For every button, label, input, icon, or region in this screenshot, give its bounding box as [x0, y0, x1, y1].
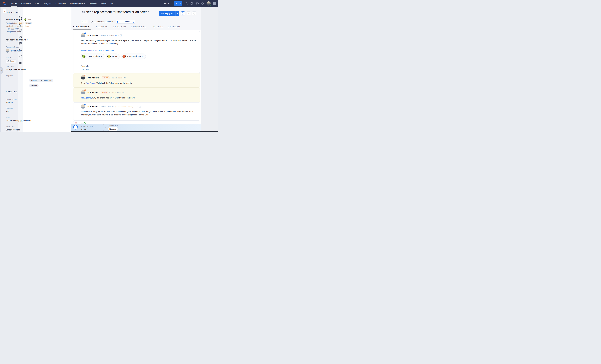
- timer-refresh-button[interactable]: [131, 20, 135, 23]
- due-date-value: 04 Apr 2022 08:30 PM: [6, 68, 26, 71]
- expand-message-icon[interactable]: ▶: [139, 106, 141, 108]
- app-grid-icon[interactable]: [213, 2, 216, 5]
- csat-bad-button[interactable]: It was Bad. Sorry!: [121, 53, 146, 59]
- contact-website[interactable]: DesignIndus.com: [6, 30, 20, 33]
- email-label: Email: [6, 117, 10, 119]
- section-underline: [6, 94, 9, 94]
- tab-approvals[interactable]: 2 APPROVALS: [168, 26, 180, 30]
- settings-gear-icon[interactable]: [201, 2, 204, 5]
- ticket-subject: Need replacement for shattered zPad scre…: [86, 10, 151, 14]
- csat-question-link[interactable]: How happy are you with our service?: [81, 50, 114, 52]
- current-state-value: Open: [81, 128, 95, 131]
- window-bottom-edge: [71, 131, 218, 132]
- ticket-info-heading: TICKET INFO: [6, 91, 17, 93]
- plus-icon[interactable]: +: [174, 1, 179, 6]
- gamescope-icon[interactable]: [196, 2, 199, 5]
- nav-item-analytics[interactable]: Analytics: [43, 0, 51, 7]
- request-owner-row[interactable]: Don Evans: [6, 49, 20, 53]
- contact-info-heading: CONTACT INFO: [6, 12, 19, 13]
- status-chip[interactable]: Open: [6, 60, 16, 63]
- add-ticket-split-button[interactable]: +: [174, 1, 182, 6]
- reply-all-split-button[interactable]: Reply All: [159, 11, 180, 16]
- tag-broken[interactable]: Broken: [29, 84, 39, 87]
- nav-more-icon[interactable]: [117, 0, 119, 7]
- message-header: Don Evans 30 Mar 12:09 AM (responded in …: [88, 105, 141, 108]
- message-author[interactable]: Don Evans: [88, 105, 98, 108]
- department-selector[interactable]: zPad: [163, 2, 169, 5]
- csat-okay-button[interactable]: Okay: [106, 53, 120, 59]
- comment-button[interactable]: [181, 11, 185, 15]
- contact-email[interactable]: santhosh.design@email.com: [6, 25, 30, 27]
- tags-label: Tags (3): [6, 75, 13, 77]
- navbar-right-cluster: zPad +: [163, 1, 218, 6]
- panel-collapse-handle[interactable]: ||: [0, 68, 3, 74]
- collapsed-right-panel[interactable]: [201, 7, 218, 132]
- search-icon[interactable]: [185, 2, 188, 5]
- delivered-check-icon: ✓✓: [134, 106, 136, 108]
- nav-item-community[interactable]: Community: [56, 0, 66, 7]
- happy-face-icon: [82, 55, 86, 58]
- owner-name: Don Evans: [11, 50, 20, 52]
- flags-badge: 2: [21, 41, 22, 43]
- more-actions-button[interactable]: ...: [187, 11, 191, 15]
- contact-name[interactable]: Santhosh Singh: [6, 18, 22, 21]
- message-signature: Don Evans: [81, 68, 90, 71]
- nav-item-knowledge-base[interactable]: Knowledge Base: [70, 0, 85, 7]
- user-avatar[interactable]: [207, 1, 211, 6]
- reply-options-dropdown[interactable]: [176, 11, 180, 16]
- layers-icon: [193, 12, 195, 15]
- message-author[interactable]: Yod Agbaria: [88, 77, 99, 79]
- mention-link[interactable]: Don Evans.: [86, 82, 96, 84]
- tab-resolution[interactable]: RESOLUTION: [96, 26, 108, 30]
- company-row: Design Indus Paid Portal: [6, 22, 32, 24]
- message-body: Hi Ivan,We're sorry for the trouble! Sur…: [81, 110, 197, 116]
- brand-logo-icon[interactable]: [2, 1, 7, 6]
- owner-label: Requests Owner: [6, 46, 19, 48]
- blueprint-transition-bar: CURRENT STATE Open TRANSITION Resolve: [71, 124, 201, 131]
- csat-good-button[interactable]: Loved it. Thanks: [81, 53, 104, 59]
- message-card-reply: Don Evans 03 Apr 10:10 AM ✓✓ ▶ Hello San…: [73, 31, 200, 73]
- integrations-atom-icon[interactable]: [19, 62, 22, 65]
- tabs-more-icon[interactable]: [182, 27, 184, 28]
- top-navbar: Tickets Customers Chat Analytics Communi…: [0, 0, 218, 7]
- company-name[interactable]: Design Indus: [6, 22, 17, 24]
- layout-name-value: Mobiles: [6, 101, 12, 103]
- collapse-all-button[interactable]: [192, 11, 196, 15]
- private-badge: Private: [100, 91, 108, 94]
- nav-item-im[interactable]: IM: [110, 0, 113, 7]
- contact-phone[interactable]: (+26) 669-7787: [6, 28, 19, 30]
- happiness-smiley-icon: [24, 18, 26, 21]
- nav-item-tickets[interactable]: Tickets: [11, 0, 17, 7]
- add-dropdown[interactable]: [179, 1, 182, 6]
- tab-attachments[interactable]: 3 ATTACHMENTS: [131, 26, 146, 30]
- resolve-button[interactable]: Resolve: [108, 127, 118, 131]
- transition-block: TRANSITION Resolve: [108, 125, 118, 131]
- nav-item-social[interactable]: Social: [101, 0, 107, 7]
- blueprint-state-icon: [73, 125, 78, 130]
- tag-screen-issue[interactable]: Screen Issue: [39, 79, 53, 82]
- share-icon[interactable]: [19, 55, 22, 58]
- tab-activities[interactable]: 4 ACTIVITIES: [151, 26, 163, 30]
- message-author[interactable]: Don Evans: [88, 34, 98, 36]
- nav-item-chat[interactable]: Chat: [35, 0, 40, 7]
- nav-item-customers[interactable]: Customers: [21, 0, 31, 7]
- layout-name-label: Layout Name: [6, 98, 17, 100]
- expand-message-icon[interactable]: ▶: [120, 34, 122, 36]
- requests-properties-heading: REQUESTS PROPERTIES: [6, 39, 28, 41]
- message-header: Don Evans Private 02 Apr 02:00 PM: [88, 91, 124, 94]
- tab-conversation[interactable]: 6 CONVERSATION: [73, 26, 91, 30]
- transition-label: TRANSITION: [108, 125, 118, 126]
- sent-reply-badge-icon: [84, 103, 86, 106]
- timer-pause-button[interactable]: [116, 20, 120, 23]
- mention-link[interactable]: Yod Agbaria: [81, 97, 91, 99]
- tab-time-entry[interactable]: 2 TIME ENTRY: [113, 26, 126, 30]
- ticket-id-badge[interactable]: #9282: [81, 20, 88, 23]
- message-author[interactable]: Don Evans: [88, 91, 98, 94]
- history-icon[interactable]: [19, 35, 22, 39]
- feeds-icon[interactable]: [190, 2, 193, 5]
- private-badge: Private: [102, 76, 110, 79]
- contact-name-row: Santhosh Singh 80%: [6, 18, 31, 21]
- tag-zphone[interactable]: zPhone: [29, 79, 39, 82]
- received-badge-icon: [84, 122, 86, 124]
- nav-item-activities[interactable]: Activities: [89, 0, 97, 7]
